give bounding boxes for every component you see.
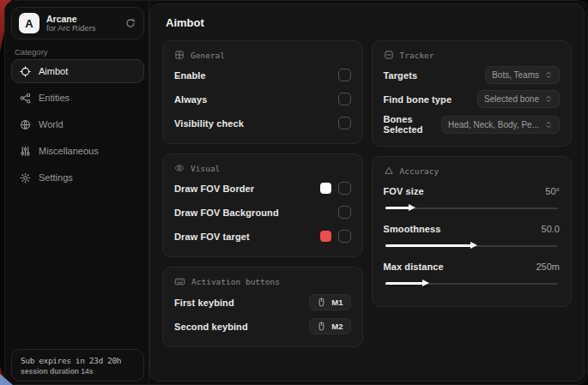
card-title: Activation buttons [191,277,280,286]
refresh-icon[interactable] [124,17,136,29]
sidebar: A Arcane for Arc Riders Category Aimbot [5,1,149,384]
sidebar-item-settings[interactable]: Settings [11,165,144,189]
fov-border-color-swatch[interactable] [320,183,331,194]
gear-icon [20,172,31,183]
grid-icon [174,50,185,60]
brand-name: Arcane [46,14,118,24]
card-accuracy: Accuracy FOV size 50° Smoothness [372,156,573,307]
setting-label: FOV size [384,186,424,196]
eye-icon [174,163,185,173]
right-column: Tracker Targets Bots, Teams [372,40,573,347]
setting-label: First keybind [174,298,234,308]
setting-row: Targets Bots, Teams [384,66,561,84]
sidebar-item-aimbot[interactable]: Aimbot [11,59,144,83]
card-title: General [191,51,225,60]
first-keybind-button[interactable]: M1 [309,294,350,310]
sidebar-item-label: Entities [39,93,70,103]
chevrons-up-down-icon [544,120,553,129]
setting-row: Bones Selected Head, Neck, Body, Pe... [384,114,561,135]
chevrons-up-down-icon [544,70,553,80]
keybind-value: M1 [331,298,342,307]
setting-row: Always [174,90,351,108]
fov-target-color-swatch[interactable] [320,231,331,242]
triangle-icon [384,165,394,176]
draw-fov-border-checkbox[interactable] [338,182,351,195]
left-column: General Enable Always Visibility check [162,40,363,347]
setting-label: Draw FOV target [174,232,250,242]
sidebar-item-entities[interactable]: Entities [11,86,144,110]
chevrons-up-down-icon [544,94,553,104]
slider-fill [385,244,472,247]
main-panel: Aimbot General Enable [149,3,585,382]
slider-fill [385,282,423,285]
keyboard-icon [174,276,185,287]
sidebar-item-miscellaneous[interactable]: Miscellaneous [11,139,144,163]
setting-row: Draw FOV Background [174,203,351,221]
setting-row: Max distance 250m [384,257,561,275]
subscription-card: Sub expires in 23d 20h session duration … [11,349,144,382]
slider-thumb[interactable] [409,204,415,211]
draw-fov-background-checkbox[interactable] [338,206,351,219]
select-value: Selected bone [484,94,539,104]
card-general: General Enable Always Visibility check [162,40,363,144]
select-value: Bots, Teams [492,70,539,80]
category-label: Category [15,47,48,57]
sidebar-item-label: Settings [39,172,73,183]
setting-row: Smoothness 50.0 [384,220,561,238]
setting-label: Visibility check [174,118,244,129]
setting-label: Enable [174,70,206,81]
bones-selected-select[interactable]: Head, Neck, Body, Pe... [441,116,560,134]
fov-size-slider[interactable] [385,204,559,212]
card-header: General [174,50,351,60]
setting-row: Enable [174,66,351,84]
keybind-value: M2 [331,322,342,331]
setting-label: Targets [384,70,418,81]
brand-logo: A [19,13,39,33]
brand-card: A Arcane for Arc Riders [11,7,144,39]
setting-row: Second keybind M2 [174,317,351,335]
card-header: Tracker [384,50,561,60]
slider-thumb[interactable] [470,242,477,249]
card-title: Tracker [400,51,434,60]
enable-checkbox[interactable] [338,69,351,81]
sub-expiry-text: Sub expires in 23d 20h [21,356,135,365]
always-checkbox[interactable] [338,93,351,105]
card-header: Visual [174,163,351,173]
page-title: Aimbot [166,16,572,29]
brand-subtitle: for Arc Riders [46,24,118,33]
sidebar-nav: Aimbot Entities World [11,59,144,189]
setting-row: Visibility check [174,114,351,132]
setting-row: First keybind M1 [174,293,351,311]
find-bone-type-select[interactable]: Selected bone [477,90,560,108]
setting-label: Bones Selected [384,114,442,135]
draw-fov-target-checkbox[interactable] [338,230,351,243]
mouse-icon [317,322,326,331]
card-activation-buttons: Activation buttons First keybind M1 [162,267,363,347]
setting-label: Find bone type [384,94,452,105]
targets-select[interactable]: Bots, Teams [485,66,560,84]
card-tracker: Tracker Targets Bots, Teams [372,40,573,147]
entities-nodes-icon [20,93,31,104]
slider-thumb[interactable] [422,280,429,286]
setting-row: Draw FOV Border [174,179,351,197]
card-visual: Visual Draw FOV Border Draw FOV Backgrou… [162,153,363,257]
app-window: A Arcane for Arc Riders Category Aimbot [4,0,588,385]
setting-row: Find bone type Selected bone [384,90,561,108]
card-title: Accuracy [400,166,439,176]
card-header: Accuracy [384,165,561,176]
crosshair-icon [20,66,31,77]
setting-label: Draw FOV Background [174,208,279,218]
slider-fill [385,207,409,209]
max-distance-slider[interactable] [385,280,559,287]
select-value: Head, Neck, Body, Pe... [448,120,539,129]
session-duration-text: session duration 14s [21,367,135,376]
setting-row: Draw FOV target [174,227,351,245]
visibility-check-checkbox[interactable] [338,117,351,129]
sliders-icon [20,146,31,157]
setting-label: Always [174,94,208,105]
globe-icon [20,119,31,130]
sidebar-item-label: World [39,119,64,129]
sidebar-item-world[interactable]: World [11,112,144,136]
second-keybind-button[interactable]: M2 [309,318,350,334]
smoothness-slider[interactable] [385,242,559,250]
